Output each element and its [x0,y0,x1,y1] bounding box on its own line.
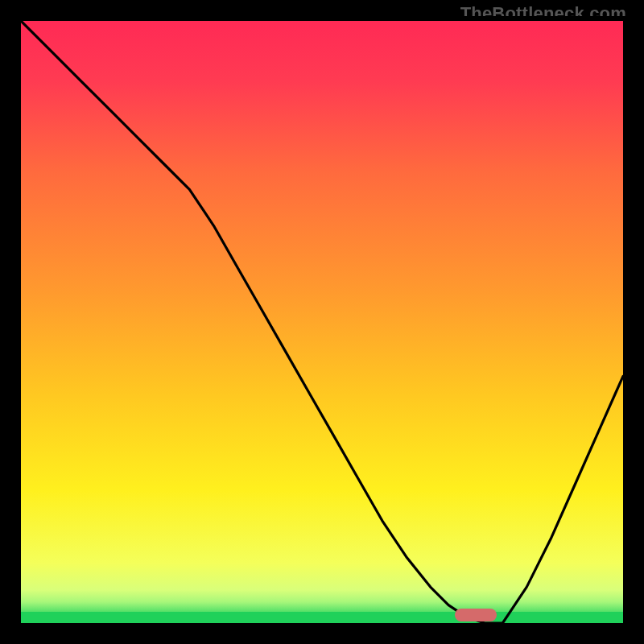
chart-frame [16,16,628,628]
bottleneck-curve [21,21,623,623]
optimal-marker [455,609,497,621]
